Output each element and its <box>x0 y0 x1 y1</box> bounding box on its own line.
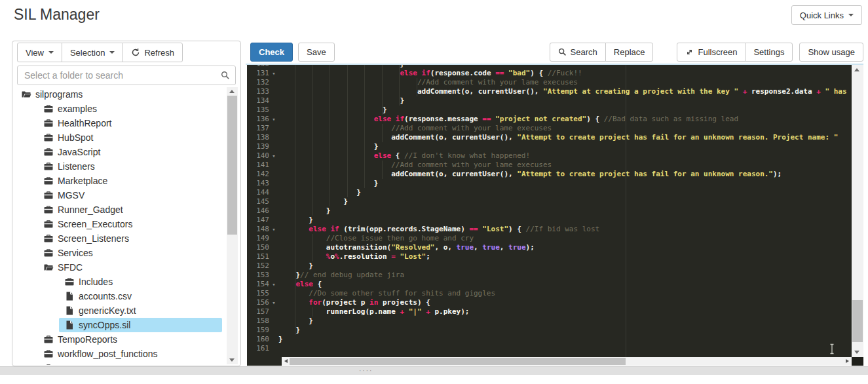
fold-icon[interactable]: ▾ <box>269 115 278 124</box>
code-line[interactable]: 141 //Add comment with your lame execuse… <box>247 161 852 170</box>
tree-scrollbar[interactable] <box>227 87 238 364</box>
code-line[interactable]: 142 addComment(o, currentUser(), "Attemp… <box>247 170 852 179</box>
code-line[interactable]: 132 //Add comment with your lame execuse… <box>247 78 852 87</box>
fold-icon[interactable]: ▾ <box>269 151 278 161</box>
code-line[interactable]: 150 autotransition("Resolved", o, true, … <box>247 243 852 252</box>
tree-item[interactable]: workflow_post_functions <box>13 347 225 361</box>
code-line[interactable]: 133 addComment(o, currentUser(), "Attemp… <box>247 87 852 96</box>
scroll-down-arrow-icon[interactable] <box>229 358 235 362</box>
refresh-button[interactable]: Refresh <box>123 43 183 62</box>
tree-item[interactable]: Services <box>13 246 225 260</box>
show-usage-button[interactable]: Show usage <box>799 43 863 62</box>
scroll-down-arrow-icon[interactable] <box>854 351 859 354</box>
scroll-right-arrow-icon[interactable] <box>846 359 849 363</box>
code-line[interactable]: 160 } <box>247 335 852 344</box>
settings-button[interactable]: Settings <box>745 43 793 62</box>
fold-icon[interactable] <box>269 271 278 280</box>
scroll-up-arrow-icon[interactable] <box>229 90 235 93</box>
tree-item[interactable]: genericKey.txt <box>13 303 225 318</box>
fold-icon[interactable] <box>269 344 278 353</box>
tree-scrollbar-thumb[interactable] <box>227 96 237 235</box>
fullscreen-button[interactable]: Fullscreen <box>677 43 745 62</box>
tree-item[interactable] <box>13 361 225 365</box>
fold-icon[interactable] <box>269 188 278 197</box>
editor-horizontal-scrollbar[interactable] <box>282 357 852 366</box>
tree-item[interactable]: Screen_Listeners <box>13 231 225 246</box>
fold-icon[interactable] <box>269 261 278 271</box>
code-line[interactable]: 144 } <box>247 188 852 197</box>
fold-icon[interactable] <box>269 216 278 225</box>
code-line[interactable]: 157 runnerLog(p.name + "|" + p.pkey); <box>247 307 852 317</box>
editor-vscroll-thumb[interactable] <box>852 300 863 342</box>
code-line[interactable]: 156 ▾ for(project p in projects) { <box>247 298 852 307</box>
tree-item[interactable]: examples <box>13 102 225 116</box>
tree-item[interactable]: Runner_Gadget <box>13 202 225 217</box>
fold-icon[interactable] <box>269 106 278 115</box>
tree-item[interactable]: Includes <box>13 275 225 289</box>
panel-resize-handle[interactable]: ···· <box>0 366 868 375</box>
code-line[interactable]: 149 //Close issue then go home and cry <box>247 234 852 243</box>
code-line[interactable]: 143 } <box>247 179 852 188</box>
code-line[interactable]: 158 } <box>247 317 852 326</box>
code-line[interactable]: 151 %o%.resolution = "Lost"; <box>247 252 852 261</box>
code-line[interactable]: 152 } <box>247 261 852 271</box>
fold-icon[interactable] <box>269 234 278 243</box>
tree-item[interactable]: HealthReport <box>13 116 225 130</box>
view-button[interactable]: View <box>17 43 62 62</box>
code-line[interactable]: 159 } <box>247 326 852 335</box>
tree-item[interactable]: JavaScript <box>13 145 225 159</box>
code-line[interactable]: 148 ▾ else if (trim(opp.records.StageNam… <box>247 225 852 234</box>
fold-icon[interactable] <box>269 206 278 216</box>
search-button[interactable]: Search <box>550 43 606 62</box>
fold-icon[interactable] <box>269 133 278 142</box>
fold-icon[interactable]: ▾ <box>269 69 278 78</box>
tree-item[interactable]: accounts.csv <box>13 289 225 303</box>
code-line[interactable]: 155 //Do some other stuff for shits and … <box>247 289 852 298</box>
editor-hscroll-thumb[interactable] <box>290 358 626 365</box>
fold-icon[interactable] <box>269 87 278 96</box>
fold-icon[interactable]: ▾ <box>269 298 278 307</box>
tree-item[interactable]: HubSpot <box>13 130 225 145</box>
tree-item[interactable]: Listeners <box>13 159 225 174</box>
fold-icon[interactable] <box>269 307 278 317</box>
code-line[interactable]: 146 } <box>247 206 852 216</box>
code-editor[interactable]: 130 } 131 ▾ else if(response.code == "ba… <box>247 65 852 357</box>
code-line[interactable]: 145 } <box>247 197 852 206</box>
fold-icon[interactable] <box>269 142 278 151</box>
fold-icon[interactable] <box>269 252 278 261</box>
code-line[interactable]: 137 //Add comment with your lame execuse… <box>247 124 852 133</box>
file-tree[interactable]: silprograms examples <box>13 87 225 365</box>
code-line[interactable]: 131 ▾ else if(response.code == "bad") { … <box>247 69 852 78</box>
replace-button[interactable]: Replace <box>605 43 654 62</box>
code-line[interactable]: 134 } <box>247 96 852 106</box>
code-line[interactable]: 135 } <box>247 106 852 115</box>
fold-icon[interactable] <box>269 124 278 133</box>
code-line[interactable]: 139 } <box>247 142 852 151</box>
fold-icon[interactable] <box>269 197 278 206</box>
tree-item[interactable]: syncOpps.sil <box>13 318 225 332</box>
code-line[interactable]: 138 addComment(o, currentUser(), "Attemp… <box>247 133 852 142</box>
scroll-up-arrow-icon[interactable] <box>854 68 859 71</box>
tree-item[interactable]: MGSV <box>13 188 225 202</box>
editor-vertical-scrollbar[interactable] <box>852 65 863 357</box>
code-line[interactable]: 136 ▾ else if(response.message == "proje… <box>247 115 852 124</box>
fold-icon[interactable] <box>269 326 278 335</box>
fold-icon[interactable] <box>269 335 278 344</box>
fold-icon[interactable] <box>269 289 278 298</box>
tree-item[interactable]: silprograms <box>13 87 225 102</box>
fold-icon[interactable]: ▾ <box>269 280 278 289</box>
tree-item[interactable]: TempoReports <box>13 332 225 347</box>
code-line[interactable]: 154 ▾ else { <box>247 280 852 289</box>
tree-item[interactable]: SFDC <box>13 260 225 275</box>
selection-button[interactable]: Selection <box>62 43 123 62</box>
scroll-left-arrow-icon[interactable] <box>284 359 288 363</box>
fold-icon[interactable]: ▾ <box>269 225 278 234</box>
code-line[interactable]: 147 } <box>247 216 852 225</box>
folder-search-input[interactable] <box>17 66 236 85</box>
code-line[interactable]: 140 ▾ else { //I don't know what happene… <box>247 151 852 161</box>
tree-item[interactable]: Screen_Executors <box>13 217 225 231</box>
fold-icon[interactable] <box>269 317 278 326</box>
fold-icon[interactable] <box>269 161 278 170</box>
save-button[interactable]: Save <box>298 43 335 62</box>
fold-icon[interactable] <box>269 243 278 252</box>
